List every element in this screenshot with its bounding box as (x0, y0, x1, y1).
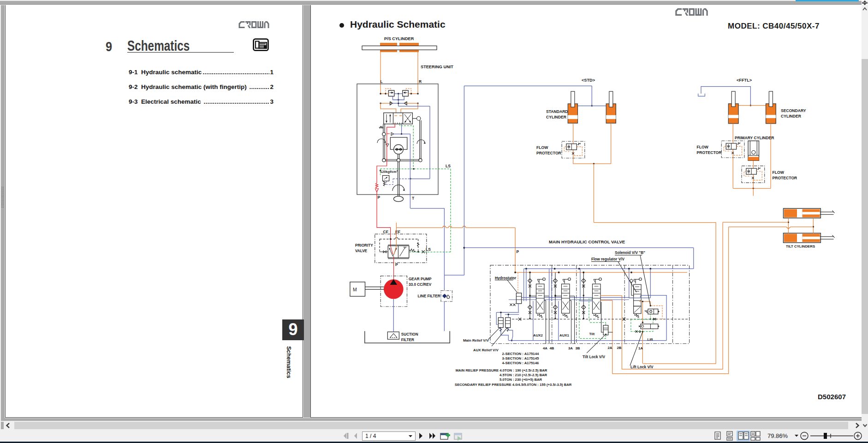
svg-text:120kgf/cm²: 120kgf/cm² (380, 170, 398, 174)
svg-text:Hydrostator: Hydrostator (495, 276, 517, 280)
svg-text:FILTER: FILTER (401, 338, 414, 342)
svg-text:P: P (395, 262, 398, 267)
svg-text:P: P (517, 249, 519, 254)
svg-text:Flow regulator V/V: Flow regulator V/V (591, 257, 624, 261)
svg-text:TILT CYLINDERS: TILT CYLINDERS (786, 244, 815, 248)
svg-text:P: P (378, 195, 380, 200)
svg-text:STANDARD: STANDARD (546, 109, 568, 114)
svg-text:4A: 4A (543, 346, 547, 350)
svg-text:Lift Lock V/V: Lift Lock V/V (630, 365, 654, 369)
svg-text:R: R (419, 79, 422, 84)
svg-text:3B: 3B (576, 346, 580, 350)
svg-text:1 / 4: 1 / 4 (365, 433, 376, 439)
svg-text:GEAR PUMP: GEAR PUMP (409, 277, 432, 281)
svg-text:PRIORITY: PRIORITY (355, 243, 373, 248)
svg-text:CF: CF (383, 230, 388, 234)
svg-text:4.5TON : 210 (+2.5/-2.5) BAR: 4.5TON : 210 (+2.5/-2.5) BAR (499, 373, 547, 377)
svg-text:1A: 1A (638, 346, 643, 350)
svg-text:FLOW: FLOW (697, 145, 709, 149)
svg-text:PROTECTOR: PROTECTOR (773, 176, 798, 180)
svg-text:LS: LS (426, 247, 431, 252)
svg-text:T: T (412, 196, 415, 201)
svg-text:4-SECTION : A175146: 4-SECTION : A175146 (502, 361, 540, 365)
svg-text:P/S CYLINDER: P/S CYLINDER (384, 36, 414, 41)
svg-text:FLOW: FLOW (773, 170, 785, 175)
svg-text:2-SECTION : A175144: 2-SECTION : A175144 (502, 352, 540, 356)
svg-text:PROTECTOR: PROTECTOR (697, 150, 722, 155)
svg-text:M: M (353, 287, 357, 292)
svg-text:LINE FILTER: LINE FILTER (418, 294, 440, 298)
svg-text:STEERING UNIT: STEERING UNIT (421, 65, 453, 69)
svg-text:4B: 4B (550, 346, 554, 350)
svg-text:Main Relief V/V: Main Relief V/V (463, 338, 489, 343)
svg-text:Tilt: Tilt (589, 332, 595, 336)
svg-text:AUX1: AUX1 (559, 333, 569, 337)
svg-text:AUX2: AUX2 (533, 333, 543, 337)
svg-text:3A: 3A (568, 346, 573, 350)
svg-text:VALVE: VALVE (355, 249, 368, 253)
svg-text:LS: LS (446, 164, 451, 168)
svg-text:CYLINDER: CYLINDER (781, 114, 802, 118)
svg-text:SECONDARY RELIEF PRESSURE 4.0/: SECONDARY RELIEF PRESSURE 4.0/4.5/5.0TON… (455, 383, 572, 387)
svg-text:3-SECTION : A175145: 3-SECTION : A175145 (502, 356, 540, 360)
svg-text:L: L (380, 79, 383, 84)
svg-text:5.0TON : 230 (+0/+5) BAR: 5.0TON : 230 (+0/+5) BAR (499, 378, 542, 382)
svg-text:<FFTL>: <FFTL> (737, 78, 752, 83)
svg-text:PROTECTOR: PROTECTOR (536, 151, 562, 155)
svg-text:MAIN RELIEF PRESSURE 4.0TON :: MAIN RELIEF PRESSURE 4.0TON : 190 (+2.5/… (456, 368, 547, 372)
svg-text:SUCTION: SUCTION (401, 332, 418, 337)
svg-text:SECONDARY: SECONDARY (781, 108, 806, 113)
svg-text:EF: EF (395, 230, 400, 234)
svg-text:<STD>: <STD> (582, 78, 595, 83)
svg-text:2B: 2B (617, 346, 622, 350)
svg-text:MAIN HYDRAULIC CONTROL VALVE: MAIN HYDRAULIC CONTROL VALVE (549, 239, 625, 244)
svg-text:33.0 CC/REV: 33.0 CC/REV (409, 283, 432, 287)
svg-text:FLOW: FLOW (536, 145, 548, 150)
svg-text:2A: 2A (608, 346, 612, 350)
svg-text:Tilt Lock V/V: Tilt Lock V/V (583, 355, 606, 359)
svg-text:Solenoid V/V "B": Solenoid V/V "B" (615, 251, 645, 255)
svg-text:PRIMARY CYLINDER: PRIMARY CYLINDER (735, 136, 774, 140)
svg-text:AUX Relief V/V: AUX Relief V/V (473, 348, 499, 352)
svg-text:CYLINDER: CYLINDER (546, 115, 567, 119)
svg-text:Lift: Lift (647, 337, 653, 342)
svg-text:79.86%: 79.86% (767, 432, 788, 439)
